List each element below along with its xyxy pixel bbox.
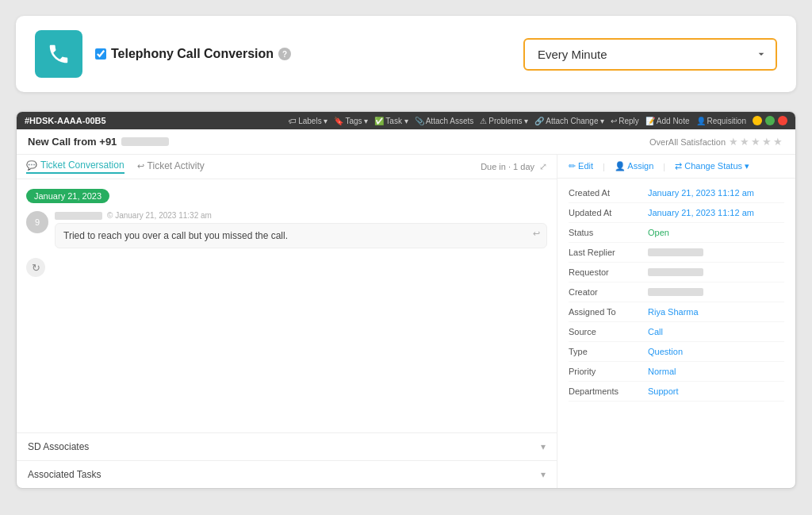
chevron-sd: ▾ — [541, 441, 546, 452]
priority-value[interactable]: Normal — [648, 367, 676, 376]
maximize-button[interactable] — [765, 116, 775, 125]
message-bubble: Tried to reach you over a call but you m… — [55, 223, 547, 248]
avatar: 9 — [26, 211, 48, 233]
phone-icon — [47, 42, 71, 66]
requestor-blurred — [648, 268, 703, 276]
info-row-requestor: Requestor — [569, 263, 784, 282]
frequency-select[interactable]: Every Minute Every 5 Minutes Every 10 Mi… — [523, 38, 777, 71]
message-meta: © January 21, 2023 11:32 am — [55, 211, 547, 220]
info-row-status: Status Open — [569, 223, 784, 243]
action-add-note[interactable]: 📝 Add Note — [645, 117, 690, 125]
action-labels[interactable]: 🏷 Labels ▾ — [289, 117, 327, 125]
top-card-left: Telephony Call Conversion ? — [35, 30, 291, 78]
edit-action[interactable]: ✏ Edit — [569, 161, 593, 171]
assign-action[interactable]: 👤 Assign — [615, 161, 653, 171]
date-badge: January 21, 2023 — [26, 189, 547, 211]
creator-blurred — [648, 288, 703, 296]
type-value[interactable]: Question — [648, 347, 683, 356]
info-row-type: Type Question — [569, 342, 784, 362]
action-reply[interactable]: ↩ Reply — [611, 117, 639, 125]
title-row: Telephony Call Conversion ? — [95, 47, 291, 61]
info-row-priority: Priority Normal — [569, 362, 784, 382]
message-item: 9 © January 21, 2023 11:32 am Tried to r… — [26, 211, 547, 248]
minimize-button[interactable] — [753, 116, 762, 125]
activity-tab-icon: ↩ — [137, 161, 144, 171]
message-timestamp: © January 21, 2023 11:32 am — [107, 211, 212, 220]
accordion-sd-associates: SD Associates ▾ — [17, 432, 557, 460]
message-content: © January 21, 2023 11:32 am Tried to rea… — [55, 211, 547, 248]
ticket-actions: 🏷 Labels ▾ 🔖 Tags ▾ ✅ Task ▾ 📎 Attach As… — [289, 116, 787, 125]
tab-ticket-conversation[interactable]: 💬 Ticket Conversation — [26, 159, 124, 174]
action-attach-change[interactable]: 🔗 Attach Change ▾ — [534, 117, 604, 125]
conversation-area: January 21, 2023 9 © January 21, 2023 11… — [17, 179, 557, 432]
info-row-created-at: Created At January 21, 2023 11:12 am — [569, 183, 784, 203]
right-panel: ✏ Edit | 👤 Assign | ⇄ Change Status ▾ Cr… — [557, 155, 795, 488]
telephony-checkbox[interactable] — [95, 48, 106, 60]
accordion-associated-tasks: Associated Tasks ▾ — [17, 460, 557, 488]
info-table: Created At January 21, 2023 11:12 am Upd… — [557, 179, 795, 406]
left-panel: 💬 Ticket Conversation ↩ Ticket Activity … — [17, 155, 557, 488]
ticket-header: #HDSK-AAAA-00B5 🏷 Labels ▾ 🔖 Tags ▾ ✅ Ta… — [17, 112, 795, 129]
reply-button[interactable]: ↩ — [533, 229, 540, 239]
due-info: Due in · 1 day ⤢ — [481, 161, 547, 172]
created-at-value[interactable]: January 21, 2023 11:12 am — [648, 188, 754, 198]
source-value[interactable]: Call — [648, 327, 663, 336]
message-body: Tried to reach you over a call but you m… — [63, 230, 288, 241]
status-value[interactable]: Open — [648, 228, 669, 237]
title-blurred — [121, 137, 169, 146]
info-row-assigned-to: Assigned To Riya Sharma — [569, 302, 784, 322]
expand-icon[interactable]: ⤢ — [539, 161, 547, 172]
bottom-card: #HDSK-AAAA-00B5 🏷 Labels ▾ 🔖 Tags ▾ ✅ Ta… — [16, 111, 796, 489]
card-title: Telephony Call Conversion — [111, 47, 274, 61]
tabs-left: 💬 Ticket Conversation ↩ Ticket Activity — [26, 159, 205, 174]
ticket-title-bar: New Call from +91 OverAll Satisfaction ★… — [17, 129, 795, 155]
right-panel-header: ✏ Edit | 👤 Assign | ⇄ Change Status ▾ — [557, 155, 795, 179]
ticket-body: 💬 Ticket Conversation ↩ Ticket Activity … — [17, 155, 795, 488]
info-row-departments: Departments Support — [569, 382, 784, 402]
action-attach-assets[interactable]: 📎 Attach Assets — [415, 117, 474, 125]
ticket-id: #HDSK-AAAA-00B5 — [25, 116, 106, 125]
assigned-to-value[interactable]: Riya Sharma — [648, 307, 699, 317]
info-row-last-replier: Last Replier — [569, 243, 784, 263]
conversation-tab-icon: 💬 — [26, 160, 37, 171]
overall-satisfaction: OverAll Satisfaction ★★★★★ — [649, 136, 784, 148]
action-requisition[interactable]: 👤 Requisition — [696, 117, 746, 125]
ticket-title: New Call from +91 — [28, 136, 117, 148]
sender-blurred — [55, 212, 102, 220]
departments-value[interactable]: Support — [648, 386, 679, 396]
help-icon[interactable]: ? — [278, 48, 291, 60]
tab-ticket-activity[interactable]: ↩ Ticket Activity — [137, 159, 205, 174]
action-tags[interactable]: 🔖 Tags ▾ — [334, 117, 368, 125]
info-row-source: Source Call — [569, 322, 784, 342]
info-row-creator: Creator — [569, 282, 784, 302]
updated-at-value[interactable]: January 21, 2023 11:12 am — [648, 208, 754, 217]
accordion-header-tasks[interactable]: Associated Tasks ▾ — [17, 461, 557, 488]
rating-stars: ★★★★★ — [729, 136, 784, 148]
action-problems[interactable]: ⚠ Problems ▾ — [480, 117, 528, 125]
action-task[interactable]: ✅ Task ▾ — [374, 117, 408, 125]
accordion-header-sd[interactable]: SD Associates ▾ — [17, 433, 557, 460]
phone-icon-box — [35, 30, 82, 78]
tabs-row: 💬 Ticket Conversation ↩ Ticket Activity … — [17, 155, 557, 179]
info-row-updated-at: Updated At January 21, 2023 11:12 am — [569, 203, 784, 223]
chevron-tasks: ▾ — [541, 469, 546, 480]
close-button[interactable] — [778, 116, 787, 125]
change-status-action[interactable]: ⇄ Change Status ▾ — [675, 161, 749, 171]
refresh-button[interactable]: ↻ — [26, 258, 45, 277]
window-controls — [753, 116, 787, 125]
last-replier-blurred — [648, 248, 703, 256]
top-card: Telephony Call Conversion ? Every Minute… — [16, 16, 796, 92]
